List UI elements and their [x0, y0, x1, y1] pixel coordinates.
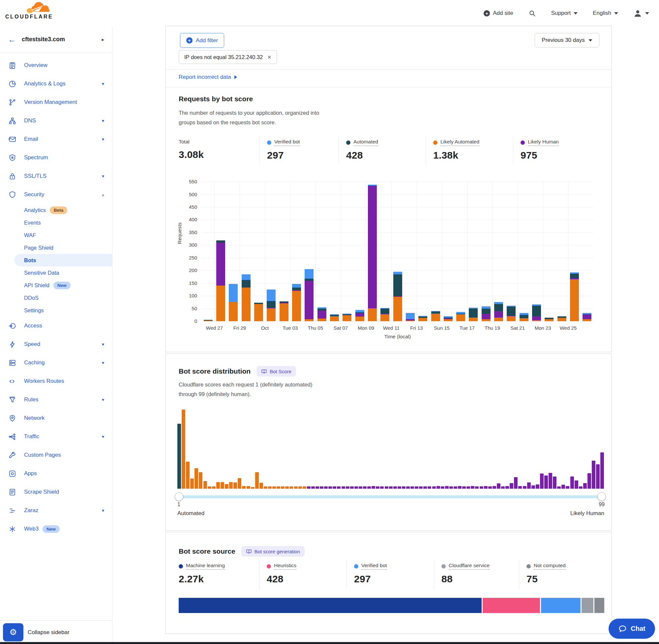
chevron-down-icon[interactable]: ▾ — [102, 397, 104, 402]
histogram-bar — [475, 486, 479, 489]
sidebar-footer: ⚙ Collapse sidebar — [0, 620, 112, 644]
sidebar-item-apps[interactable]: Apps — [0, 464, 112, 483]
stat-label[interactable]: Automated — [353, 139, 378, 146]
sidebar-subitem-analytics[interactable]: AnalyticsBeta — [0, 204, 112, 216]
language-menu[interactable]: English — [593, 10, 618, 17]
account-menu[interactable] — [633, 9, 649, 18]
chevron-down-icon[interactable]: ▾ — [102, 137, 104, 142]
sidebar-item-access[interactable]: Access — [0, 317, 112, 335]
bot-score-generation-badge[interactable]: Bot score generation — [241, 546, 305, 557]
chevron-down-icon[interactable]: ▾ — [102, 81, 104, 86]
sidebar-subitem-bots[interactable]: Bots — [15, 254, 112, 267]
chevron-down-icon[interactable]: ▾ — [102, 174, 104, 179]
sidebar-item-speed[interactable]: Speed▾ — [0, 335, 112, 353]
score-range-slider[interactable] — [179, 495, 604, 498]
site-row: ← cftestsite3.com ▸ — [0, 26, 112, 53]
sidebar-item-scrape-shield[interactable]: Scrape Shield — [0, 483, 112, 501]
stat-value: 297 — [267, 150, 338, 161]
sidebar-subitem-ddos[interactable]: DDoS — [0, 292, 112, 304]
sidebar-item-custom-pages[interactable]: Custom Pages — [0, 446, 112, 464]
bot-score-badge[interactable]: Bot Score — [257, 366, 296, 376]
top-bar: CLOUDFLARE + Add site Support English — [0, 0, 659, 26]
sidebar-item-email[interactable]: Email▾ — [0, 130, 112, 148]
add-site-button[interactable]: + Add site — [484, 10, 513, 17]
chat-button[interactable]: Chat — [609, 619, 655, 639]
sidebar-subitem-api-shield[interactable]: API ShieldNew — [0, 279, 112, 292]
bar-segment-likely-automated — [355, 317, 364, 321]
legend-dot — [346, 140, 350, 145]
date-range-dropdown[interactable]: Previous 30 days — [535, 33, 599, 47]
gridline — [202, 270, 593, 271]
stat-label[interactable]: Cloudflare service — [449, 562, 490, 570]
sidebar-item-analytics-logs[interactable]: Analytics & Logs▾ — [0, 74, 112, 93]
plus-icon: + — [484, 10, 490, 17]
stat-label[interactable]: Verified bot — [361, 562, 387, 570]
chevron-down-icon[interactable]: ▾ — [102, 434, 104, 439]
sidebar-subitem-waf[interactable]: WAF — [0, 229, 112, 242]
add-filter-button[interactable]: + Add filter — [180, 33, 224, 48]
sidebar-item-web3[interactable]: Web3New — [0, 520, 112, 538]
chart-bar — [305, 269, 313, 321]
histogram-bar — [579, 486, 583, 489]
stat-label[interactable]: Not computed — [534, 562, 566, 570]
chart-bar — [469, 308, 478, 322]
bar-segment-likely-automated — [406, 321, 415, 321]
stat-label[interactable]: Heuristics — [274, 562, 297, 570]
histogram-bar — [333, 486, 336, 489]
back-arrow-icon[interactable]: ← — [8, 35, 22, 44]
histogram-bar — [281, 486, 284, 489]
chevron-down-icon[interactable]: ▾ — [102, 118, 104, 123]
bar-segment-likely-human — [481, 314, 491, 319]
cloudflare-cloud-icon — [26, 1, 54, 15]
slider-handle-max[interactable] — [597, 492, 606, 501]
slider-handle-min[interactable] — [175, 492, 183, 501]
chevron-down-icon[interactable]: ▾ — [102, 342, 104, 347]
sidebar-item-label: Network — [24, 415, 45, 421]
sidebar-item-security[interactable]: Security▴ — [0, 185, 112, 204]
source-stacked-bar — [179, 598, 604, 613]
sidebar-subitem-events[interactable]: Events — [0, 216, 112, 229]
histogram-bar — [272, 486, 276, 489]
sidebar-item-zaraz[interactable]: Zaraz▾ — [0, 501, 112, 520]
histogram-bar — [480, 486, 483, 489]
bar-segment-likely-automated — [558, 318, 566, 321]
sidebar-item-version-management[interactable]: Version Management — [0, 93, 112, 112]
sidebar-item-spectrum[interactable]: Spectrum — [0, 148, 112, 167]
search-button[interactable] — [528, 9, 536, 17]
histogram-bar — [389, 486, 393, 489]
sidebar-item-caching[interactable]: Caching▾ — [0, 353, 112, 372]
collapse-sidebar-label[interactable]: Collapse sidebar — [28, 629, 70, 636]
filter-chip[interactable]: IP does not equal 35.212.240.32 × — [179, 50, 277, 64]
new-badge: New — [53, 282, 71, 289]
site-switcher-caret-icon[interactable]: ▸ — [101, 37, 104, 43]
sidebar-item-traffic[interactable]: Traffic▾ — [0, 427, 112, 446]
chevron-down-icon[interactable]: ▾ — [102, 360, 104, 365]
settings-gear-button[interactable]: ⚙ — [3, 623, 23, 641]
close-icon[interactable]: × — [267, 54, 271, 60]
chevron-down-icon[interactable]: ▾ — [102, 508, 104, 513]
sidebar-subitem-label: Analytics — [24, 207, 46, 213]
sidebar-subitem-sensitive-data[interactable]: Sensitive Data — [0, 267, 112, 279]
sidebar-item-overview[interactable]: Overview — [0, 56, 112, 74]
stat-label[interactable]: Likely Automated — [441, 139, 479, 146]
bar-segment-likely-automated — [431, 314, 440, 321]
cloudflare-logo[interactable]: CLOUDFLARE — [5, 1, 54, 20]
sidebar-item-ssl-tls[interactable]: SSL/TLS▾ — [0, 167, 112, 185]
sidebar-subitem-page-shield[interactable]: Page Shield — [0, 242, 112, 254]
legend-dot — [267, 564, 271, 569]
report-incorrect-data-link[interactable]: Report incorrect data — [179, 74, 237, 80]
envelope-icon — [8, 135, 17, 143]
stat-label[interactable]: Likely Human — [528, 139, 559, 146]
sidebar-item-network[interactable]: Network — [0, 409, 112, 427]
bar-segment-likely-automated — [532, 320, 541, 321]
gridline — [467, 182, 468, 321]
sidebar-item-rules[interactable]: Rules▾ — [0, 390, 112, 409]
gridline — [202, 321, 593, 322]
sidebar-item-workers-routes[interactable]: Workers Routes — [0, 372, 112, 390]
support-menu[interactable]: Support — [551, 10, 578, 17]
stat-label[interactable]: Machine learning — [186, 562, 225, 570]
stat-label[interactable]: Verified bot — [274, 139, 300, 146]
chevron-up-icon[interactable]: ▴ — [102, 192, 104, 197]
sidebar-item-dns[interactable]: DNS▾ — [0, 112, 112, 130]
sidebar-subitem-settings[interactable]: Settings — [0, 304, 112, 317]
